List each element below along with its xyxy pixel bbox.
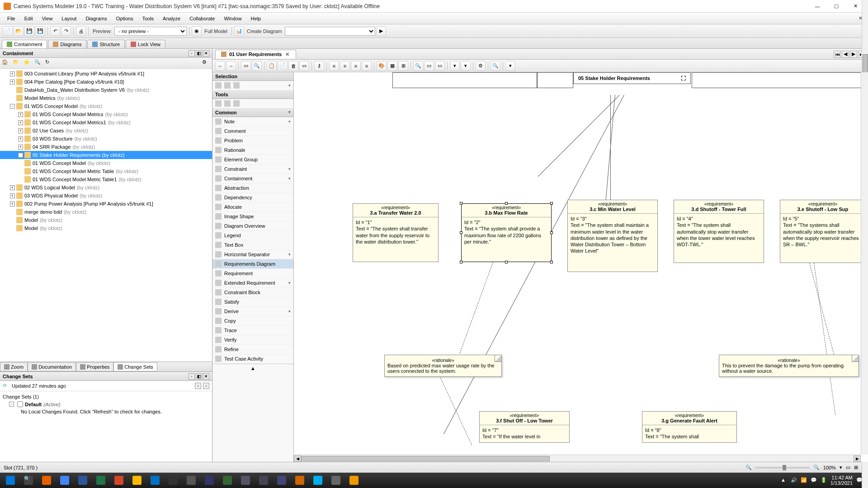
taskbar-chrome[interactable] xyxy=(56,474,73,487)
back-button[interactable]: ← xyxy=(215,61,225,71)
chevron-down-icon[interactable]: ▾ xyxy=(288,83,291,88)
horizontal-scrollbar[interactable]: ◀ ▶ xyxy=(294,455,861,462)
palette-tool-icons[interactable] xyxy=(212,99,293,108)
taskbar-app6[interactable] xyxy=(255,474,272,487)
palette-item[interactable]: Constraint Block xyxy=(212,288,293,297)
menu-edit[interactable]: Edit xyxy=(20,14,38,23)
tree-row[interactable]: 01 WDS Concept Model Metric Table(by ckl… xyxy=(0,167,212,175)
cs-btn2[interactable]: ▫ xyxy=(203,383,209,389)
dt-delete[interactable]: 🗑 xyxy=(288,61,298,71)
dt-select[interactable]: ▭ xyxy=(241,61,251,71)
menu-diagrams[interactable]: Diagrams xyxy=(81,14,111,23)
zoom-in-icon[interactable]: 🔍 xyxy=(813,465,820,470)
taskbar-app4[interactable] xyxy=(219,474,236,487)
taskbar-app2[interactable] xyxy=(183,474,200,487)
create-diagram-label[interactable]: Create Diagram xyxy=(245,28,284,34)
tree-row[interactable]: +02 WDS Logical Model(by cklotz) xyxy=(0,183,212,192)
cs-close-button[interactable]: ✕ xyxy=(203,373,209,380)
palette-item[interactable]: Comment xyxy=(212,127,293,136)
palette-item[interactable]: Refine xyxy=(212,345,293,354)
palette-item[interactable]: Requirement xyxy=(212,269,293,278)
taskbar-app9[interactable] xyxy=(327,474,344,487)
close-pane-button[interactable]: ✕ xyxy=(203,50,209,56)
palette-item[interactable]: Trace xyxy=(212,326,293,335)
palette-item[interactable]: Note▾ xyxy=(212,117,293,127)
palette-item[interactable]: Test Case Activity xyxy=(212,354,293,364)
dt-opt2[interactable]: ▾ xyxy=(461,61,471,71)
open-button[interactable]: 📂 xyxy=(14,26,24,36)
diagram-header[interactable]: 05 Stake Holder Requirements ⛶ xyxy=(573,72,691,84)
start-button[interactable] xyxy=(2,474,19,487)
tray-icon[interactable]: 💬 xyxy=(811,477,817,483)
rationale-note[interactable]: «rationale»Based on predicted max water … xyxy=(384,355,502,377)
dt-zoom3[interactable]: ▭ xyxy=(435,61,445,71)
palette-item[interactable]: Image Shape xyxy=(212,212,293,221)
resize-handle[interactable] xyxy=(550,202,553,205)
tab-containment[interactable]: Containment xyxy=(2,40,47,48)
dt-align1[interactable]: ≡ xyxy=(329,61,339,71)
palette-item[interactable]: Diagram Overview xyxy=(212,221,293,231)
tree-row[interactable]: 01 WDS Concept Model Metric Table1(by ck… xyxy=(0,175,212,183)
tree-row[interactable]: +003 Constraint Library [Pump HP Analysi… xyxy=(0,70,212,78)
nav-next[interactable]: ▶ xyxy=(850,51,857,58)
undo-button[interactable]: ↶ xyxy=(50,26,60,36)
tree-row[interactable]: Model Metrics(by cklotz) xyxy=(0,94,212,102)
taskbar-powerpoint[interactable] xyxy=(110,474,127,487)
palette-item[interactable]: Dependency xyxy=(212,193,293,202)
dt-clone[interactable]: ▭ xyxy=(299,61,309,71)
status-icon1[interactable]: ▭ xyxy=(846,465,850,470)
palette-item[interactable]: Abstraction xyxy=(212,183,293,193)
resize-handle[interactable] xyxy=(505,202,508,205)
redo-button[interactable]: ↷ xyxy=(61,26,71,36)
palette-item[interactable]: Copy xyxy=(212,316,293,326)
taskbar-app5[interactable] xyxy=(237,474,254,487)
tree-row[interactable]: +03 WDS Physical Model(by cklotz) xyxy=(0,192,212,200)
tree-row[interactable]: +05 Stake Holder Requirements (by cklotz… xyxy=(0,151,212,159)
expand-icon[interactable]: + xyxy=(18,120,23,125)
tab-diagrams[interactable]: Diagrams xyxy=(48,40,86,48)
clock[interactable]: 11:42 AM 1/13/2021 xyxy=(830,475,853,486)
expand-icon[interactable]: + xyxy=(10,193,15,198)
requirement-box[interactable]: «requirement»3.a Transfer Water 2.0Id = … xyxy=(353,203,439,262)
tab-properties[interactable]: Properties xyxy=(76,362,113,371)
containment-tree[interactable]: +003 Constraint Library [Pump HP Analysi… xyxy=(0,69,212,361)
expand-icon[interactable]: + xyxy=(18,128,23,133)
diagram-tab[interactable]: 01 User Requirements ✕ xyxy=(215,50,296,59)
palette-common-header[interactable]: Common▾ xyxy=(212,108,293,117)
fullmodel-label[interactable]: Full Model xyxy=(203,28,229,34)
tab-lockview[interactable]: Lock View xyxy=(126,40,165,48)
scroll-track[interactable] xyxy=(301,455,854,462)
requirement-box[interactable]: «requirement»3.f Shut Off - Low TowerId … xyxy=(479,411,570,443)
resize-handle[interactable] xyxy=(550,261,553,263)
taskbar-app10[interactable] xyxy=(345,474,363,487)
menu-help[interactable]: Help xyxy=(246,14,266,23)
zoom-dropdown-icon[interactable]: ▾ xyxy=(840,465,842,470)
dt-opt1[interactable]: ▾ xyxy=(450,61,460,71)
palette-item[interactable]: Requirements Diagram xyxy=(212,259,293,269)
cs-btn1[interactable]: ▫ xyxy=(195,383,201,389)
palette-item[interactable]: Constraint▾ xyxy=(212,164,293,174)
requirement-box[interactable]: «requirement»3.b Max Flow RateId = "2"Te… xyxy=(461,203,552,262)
menu-layout[interactable]: Layout xyxy=(57,14,81,23)
dt-zoom2[interactable]: ▭ xyxy=(424,61,434,71)
tray-icon[interactable]: 🔋 xyxy=(821,477,827,483)
expand-icon[interactable]: + xyxy=(10,185,15,190)
cs-expand-button[interactable]: ▫ xyxy=(189,373,195,380)
resize-handle[interactable] xyxy=(460,261,462,263)
tree-row[interactable]: +01 WDS Concept Model Metrics1(by cklotz… xyxy=(0,118,212,127)
folder-icon[interactable]: 📁 xyxy=(13,59,21,67)
default-checkbox[interactable] xyxy=(17,401,23,407)
scroll-thumb[interactable] xyxy=(301,456,550,461)
menu-options[interactable]: Options xyxy=(111,14,137,23)
print-button[interactable]: 🖨 xyxy=(76,26,86,36)
dt-gear[interactable]: ⚙ xyxy=(476,61,486,71)
scroll-left-button[interactable]: ◀ xyxy=(294,455,301,462)
taskbar-firefox[interactable] xyxy=(38,474,55,487)
taskbar-skype[interactable] xyxy=(309,474,326,487)
expand-icon[interactable]: + xyxy=(10,202,15,206)
menu-tools[interactable]: Tools xyxy=(137,14,158,23)
scroll-right-button[interactable]: ▶ xyxy=(854,455,861,462)
preview-select[interactable]: - no preview - xyxy=(114,27,187,36)
cs-restore-button[interactable]: ◧ xyxy=(196,373,202,380)
save-button[interactable]: 💾 xyxy=(24,26,34,36)
